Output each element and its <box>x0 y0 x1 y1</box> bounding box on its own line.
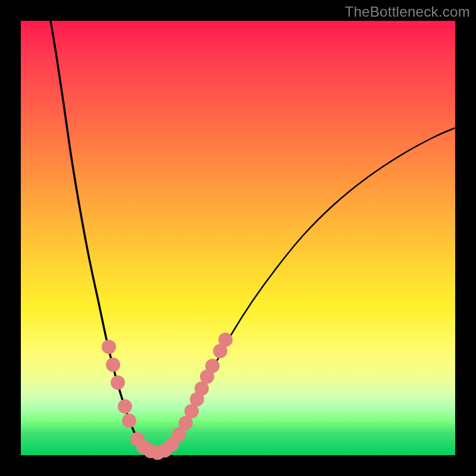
data-point <box>118 399 132 414</box>
plot-area <box>21 21 455 455</box>
data-point <box>111 375 125 390</box>
left-curve <box>51 21 158 453</box>
data-point <box>218 333 233 347</box>
curve-layer <box>21 21 455 455</box>
data-point <box>122 414 136 428</box>
data-point <box>205 359 220 373</box>
data-point <box>102 340 116 354</box>
data-point <box>106 358 120 372</box>
right-curve <box>158 128 455 453</box>
watermark-text: TheBottleneck.com <box>345 4 470 20</box>
chart-container: TheBottleneck.com <box>0 0 476 476</box>
